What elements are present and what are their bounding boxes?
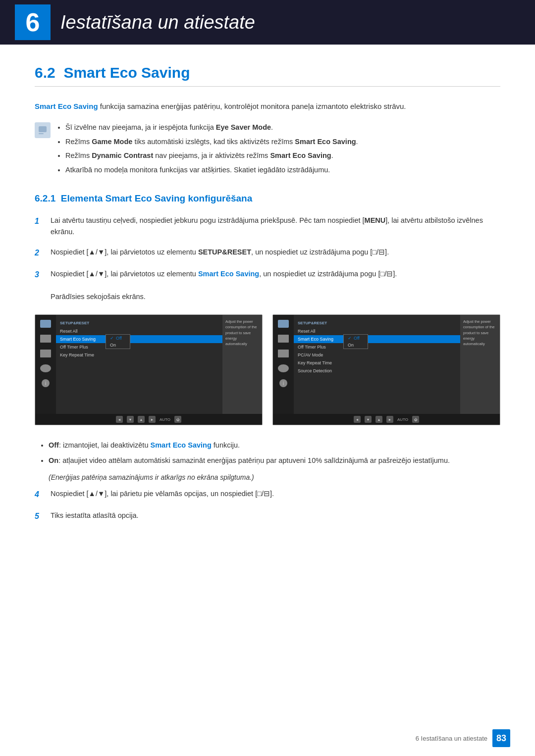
intro-bold-term: Smart Eco Saving — [35, 102, 98, 110]
note-icon — [35, 122, 51, 138]
svg-rect-0 — [39, 126, 47, 132]
notes-list: Šī izvēlne nav pieejama, ja ir iespējota… — [56, 121, 358, 178]
chapter-header: 6 Iestatīšana un atiestate — [0, 0, 535, 45]
menu-source-2: Source Detection — [294, 367, 460, 375]
step-2: 2 Nospiediet [▲/▼], lai pārvietotos uz e… — [35, 247, 500, 259]
intro-text-body: funkcija samazina enerģijas patēriņu, ko… — [100, 102, 406, 110]
screens-container: i SETUP&RESET Reset All Smart Eco Saving… — [35, 314, 500, 425]
page-number: 83 — [492, 729, 510, 747]
btn-left: ◄ — [116, 416, 123, 423]
options-list: Off: izmantojiet, lai deaktivizētu Smart… — [35, 439, 500, 466]
intro-paragraph: Smart Eco Saving funkcija samazina enerģ… — [35, 101, 500, 112]
sliders-icon — [40, 335, 51, 343]
menu-off-timer-2: Off Timer Plus — [294, 343, 460, 351]
info-icon-2: i — [279, 379, 287, 387]
step-1: 1 Lai atvērtu taustiņu ceļvedi, nospiedi… — [35, 215, 500, 238]
note-item: Režīms Game Mode tiks automātiski izslēg… — [65, 136, 358, 148]
screen-image-2: i SETUP&RESET Reset All Smart Eco Saving… — [272, 314, 500, 425]
steps-list: 1 Lai atvērtu taustiņu ceļvedi, nospiedi… — [35, 215, 500, 303]
note-item: Režīms Dynamic Contrast nav pieejams, ja… — [65, 150, 358, 162]
sliders-icon-2 — [278, 335, 289, 343]
menu-pcav-2: PC/AV Mode — [294, 351, 460, 359]
monitor-icon — [40, 320, 51, 328]
note-box: Šī izvēlne nav pieejama, ja ir iespējota… — [35, 121, 500, 178]
btn-left-2: ◄ — [354, 416, 361, 423]
option-off: Off: izmantojiet, lai deaktivizētu Smart… — [49, 439, 500, 452]
menu-key-repeat-2: Key Repeat Time — [294, 359, 460, 367]
screen-bottom-2: ◄ ▼ ▲ ► AUTO ⏻ — [273, 414, 500, 425]
info-icon: i — [42, 379, 50, 387]
steps-continued: 4 Nospiediet [▲/▼], lai pārietu pie vēla… — [35, 488, 500, 522]
menu-reset-all-1: Reset All — [56, 327, 222, 335]
screen-bottom-1: ◄ ▼ ▲ ► AUTO ⏻ — [35, 414, 262, 425]
step-4: 4 Nospiediet [▲/▼], lai pārietu pie vēla… — [35, 488, 500, 501]
gear-icon-2 — [278, 364, 289, 372]
clock-icon-2 — [278, 350, 289, 357]
menu-header-2: SETUP&RESET — [294, 319, 460, 327]
btn-power-2: ⏻ — [412, 416, 419, 423]
monitor-icon-2 — [278, 320, 289, 328]
btn-up: ▲ — [138, 416, 145, 423]
menu-reset-all-2: Reset All — [294, 327, 460, 335]
menu-off-timer-1: Off Timer Plus — [56, 343, 222, 351]
note-item: Atkarībā no modeļa monitora funkcijas va… — [65, 164, 358, 176]
screen-info-1: Adjust the power consumption of the prod… — [222, 315, 262, 414]
energy-note: (Enerģijas patēriņa samazinājums ir atka… — [35, 473, 500, 481]
step-3: 3 Nospiediet [▲/▼], lai pārvietotos uz e… — [35, 268, 500, 303]
btn-right: ► — [149, 416, 156, 423]
subsection-heading: 6.2.1 Elementa Smart Eco Saving konfigur… — [35, 193, 500, 204]
clock-icon — [40, 350, 51, 357]
btn-up-2: ▲ — [375, 416, 382, 423]
menu-smart-eco-2: Smart Eco Saving ✓ Off On — [294, 335, 460, 343]
note-item: Šī izvēlne nav pieejama, ja ir iespējota… — [65, 121, 358, 134]
btn-down: ▼ — [127, 416, 134, 423]
screen-image-1: i SETUP&RESET Reset All Smart Eco Saving… — [35, 314, 263, 425]
screen-menu-1: SETUP&RESET Reset All Smart Eco Saving ✓… — [56, 315, 222, 414]
menu-header-1: SETUP&RESET — [56, 319, 222, 327]
content-area: 6.2 Smart Eco Saving Smart Eco Saving fu… — [0, 45, 535, 561]
svg-rect-1 — [39, 133, 44, 134]
page: 6 Iestatīšana un atiestate 6.2 Smart Eco… — [0, 0, 535, 756]
btn-power: ⏻ — [174, 416, 181, 423]
menu-smart-eco-1: Smart Eco Saving ✓ Off On — [56, 335, 222, 343]
auto-label-2: AUTO — [397, 417, 408, 422]
chapter-number: 6 — [15, 4, 51, 40]
btn-right-2: ► — [386, 416, 393, 423]
screen-sidebar-1: i — [35, 315, 56, 414]
btn-down-2: ▼ — [365, 416, 372, 423]
gear-icon — [40, 364, 51, 372]
option-on: On: atļaujiet video attēlam automātiski … — [49, 454, 500, 467]
screen-menu-2: SETUP&RESET Reset All Smart Eco Saving ✓… — [294, 315, 460, 414]
section-heading: 6.2 Smart Eco Saving — [35, 64, 500, 87]
menu-key-repeat-1: Key Repeat Time — [56, 351, 222, 359]
auto-label: AUTO — [160, 417, 170, 422]
screen-info-2: Adjust the power consumption of the prod… — [460, 315, 500, 414]
chapter-title: Iestatīšana un atiestate — [60, 12, 255, 33]
screen-sidebar-2: i — [273, 315, 294, 414]
page-footer: 6 Iestatīšana un atiestate 83 — [416, 729, 510, 747]
footer-chapter-label: 6 Iestatīšana un atiestate — [416, 735, 487, 742]
step-5: 5 Tiks iestatīta atlasītā opcija. — [35, 510, 500, 523]
